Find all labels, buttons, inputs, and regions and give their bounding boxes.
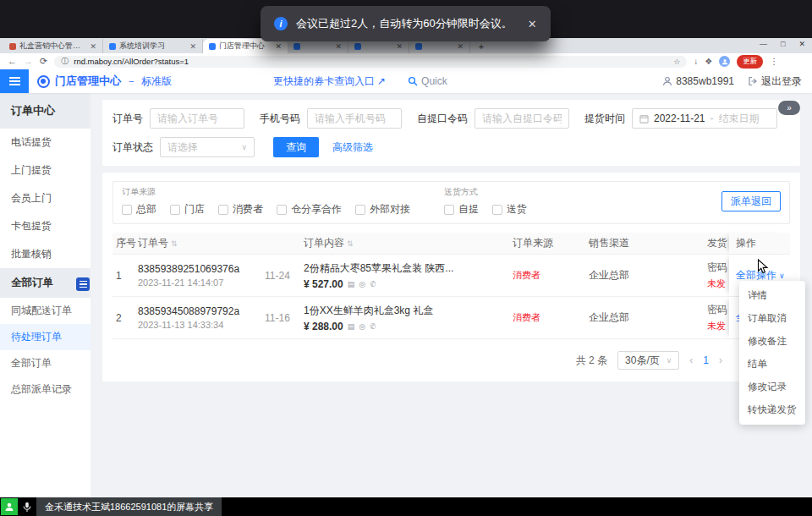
checkbox-icon[interactable] [444,205,454,215]
order-status-select[interactable]: 请选择 ∨ [160,137,255,157]
tab-close-icon[interactable]: ✕ [457,42,464,51]
checkbox-icon[interactable] [218,205,228,215]
checkbox-icon[interactable] [277,205,287,215]
tab-close-icon[interactable]: ✕ [189,42,196,51]
downloads-icon[interactable]: ↓ [694,57,698,66]
hamburger-menu-button[interactable] [0,69,29,93]
menu-item-close-order[interactable]: 结单 [739,353,805,376]
sidebar-toggle-button[interactable] [76,277,90,291]
checkbox-icon[interactable] [122,205,132,215]
menu-item-edit-history[interactable]: 修改记录 [739,376,805,398]
sidebar-item-city-delivery-orders[interactable]: 同城配送订单 [0,298,91,324]
sort-icon[interactable]: ⇅ [347,239,354,248]
back-icon[interactable]: ← [8,57,17,66]
window-maximize-icon[interactable]: □ [781,40,785,48]
sidebar-item-all-orders[interactable]: 全部订单 [0,350,91,376]
menu-item-edit-remark[interactable]: 修改备注 [739,330,805,353]
logout-button[interactable]: 退出登录 [748,74,802,89]
sidebar-item-batch-verify[interactable]: 批量核销 [0,240,91,268]
browser-tab[interactable]: 系统培训学习 ✕ [103,39,203,53]
checkbox-icon[interactable] [355,205,365,215]
window-close-icon[interactable]: ✕ [798,40,805,48]
extensions-icon[interactable]: ❖ [705,57,712,66]
logout-label: 退出登录 [761,74,802,89]
menu-item-cancel-order[interactable]: 订单取消 [739,307,805,330]
phone-input[interactable] [307,108,402,129]
chevron-down-icon: ∨ [779,272,785,280]
info-icon: i [274,17,288,30]
order-price: ¥ 527.00 [304,278,343,290]
order-no-label: 订单号 [112,112,143,126]
search-button[interactable]: 查询 [273,137,319,157]
prev-page-button[interactable]: ‹ [689,354,693,366]
checkbox-warehouse-share[interactable]: 仓分享合作 [277,202,342,217]
checkbox-delivery[interactable]: 送货 [492,202,527,217]
checkbox-external[interactable]: 外部对接 [355,202,410,217]
tab-close-icon[interactable]: ✕ [335,42,342,51]
browser-tab[interactable]: 礼盒营销中心管理中心 ✕ [3,39,103,53]
sidebar-item-hq-dispatch-records[interactable]: 总部派单记录 [0,376,91,403]
tab-favicon [294,43,300,50]
page-size-value: 30条/页 [625,354,660,368]
coupon-query-link[interactable]: 更快捷的券卡查询入口 ↗ [273,74,386,89]
checkbox-icon[interactable] [492,205,502,215]
pickup-code-input[interactable] [475,108,569,129]
window-minimize-icon[interactable]: — [760,40,767,48]
order-source-label: 订单来源 [122,186,410,198]
qr-icon: ◎ [359,322,365,331]
cell-sales-channel: 企业总部 [589,310,707,325]
table-row: 2 83859345088979792a 2023-11-13 14:33:34… [112,297,790,339]
advanced-filter-link[interactable]: 高级筛选 [332,140,373,155]
next-page-button[interactable]: › [719,354,722,366]
checkbox-icon[interactable] [170,205,180,215]
sidebar-item-cardpack-pickup[interactable]: 卡包提货 [0,212,91,240]
order-no-input[interactable] [150,108,244,129]
tab-favicon [209,43,216,50]
toast-close-icon[interactable]: ✕ [528,18,537,30]
tab-close-icon[interactable]: ✕ [396,42,403,51]
checkbox-self-pickup[interactable]: 自提 [444,202,479,217]
checkbox-hq[interactable]: 总部 [122,202,156,217]
site-info-icon[interactable]: ⓘ [61,56,69,67]
qr-icon: ◎ [359,280,365,288]
calendar-icon [639,114,649,124]
tab-favicon [109,43,116,50]
date-range-picker[interactable]: 2022-11-21 - 结束日期 [632,108,777,129]
cell-index: 2 [112,312,138,324]
tab-close-icon[interactable]: ✕ [90,42,96,51]
menu-item-details[interactable]: 详情 [739,284,805,307]
current-page[interactable]: 1 [703,354,709,366]
address-bar[interactable]: ⓘ rnd.maboy.cn/AllOrder?status=1 ☆ [54,56,687,68]
checkbox-label: 仓分享合作 [291,202,342,217]
bookmark-star-icon[interactable]: ☆ [673,58,680,66]
quick-search[interactable]: Quick [408,75,447,87]
reload-icon[interactable]: ⟳ [40,57,47,66]
date-separator: - [710,113,714,124]
checkbox-store[interactable]: 门店 [170,202,205,217]
app-edition-label: 标准版 [141,74,172,89]
browser-update-button[interactable]: 更新 [737,55,763,69]
collapse-panel-button[interactable]: » [778,101,800,115]
page-size-select[interactable]: 30条/页 ∨ [617,351,679,370]
forward-icon[interactable]: → [24,57,33,66]
sidebar-item-member-visit[interactable]: 会员上门 [0,184,91,212]
dispatch-return-button[interactable]: 派单退回 [721,191,781,211]
browser-window: 礼盒营销中心管理中心 ✕ 系统培训学习 ✕ 门店管理中心 ✕ ✕ ✕ [0,38,812,497]
sidebar-item-phone-pickup[interactable]: 电话提货 [0,129,91,156]
sort-icon[interactable]: ⇅ [171,239,178,248]
new-tab-button[interactable]: + [475,40,488,53]
cell-order-no: 83859389251069376a 2023-11-21 14:14:07 [138,263,265,288]
microphone-icon[interactable] [18,502,36,513]
screen-share-label: 金禾通技术王斌18662591081的屏幕共享 [36,497,222,516]
pickup-code-label: 自提口令码 [417,112,468,126]
sidebar-item-pending-orders[interactable]: 待处理订单 [0,324,91,350]
menu-item-express-ship[interactable]: 转快递发货 [739,398,805,421]
user-icon [662,76,672,86]
browser-menu-kebab-icon[interactable]: ⋮ [770,57,778,66]
date-start-value: 2022-11-21 [654,113,705,124]
profile-avatar[interactable] [719,56,730,67]
user-menu[interactable]: 8385wb1991 [662,75,734,87]
sidebar-item-door-pickup[interactable]: 上门提货 [0,156,91,184]
tab-close-icon[interactable]: ✕ [275,42,282,51]
checkbox-consumer[interactable]: 消费者 [218,202,263,217]
